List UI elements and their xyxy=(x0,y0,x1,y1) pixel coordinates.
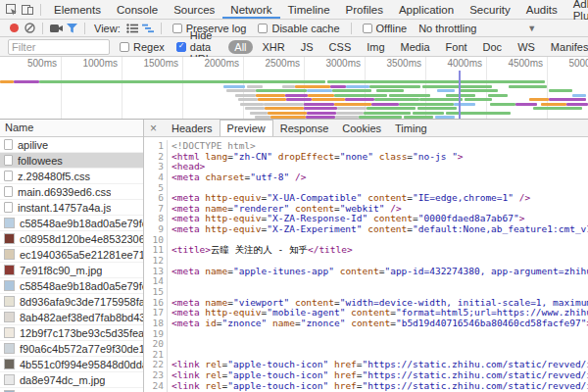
overview-bar xyxy=(446,112,511,115)
network-content: Name apilivefolloweesz.298480f5.cssmain.… xyxy=(0,120,588,392)
request-row[interactable]: main.d6939ed6.css xyxy=(0,184,143,200)
request-row[interactable]: 8d936afa9c3de7175958fae5… xyxy=(0,294,143,310)
overview-bar xyxy=(330,85,346,88)
request-row[interactable]: followees xyxy=(0,153,143,169)
overview-bar xyxy=(367,107,416,110)
image-thumbnail-icon xyxy=(4,280,15,291)
line-number: 12 xyxy=(144,255,164,266)
checkbox[interactable] xyxy=(363,24,372,33)
clear-icon[interactable] xyxy=(22,21,37,36)
request-row[interactable]: da8e974dc_m.jpg xyxy=(0,372,143,388)
disable-cache-checkbox[interactable]: Disable cache xyxy=(258,23,339,34)
tab-console[interactable]: Console xyxy=(109,0,166,19)
code-line: <head> xyxy=(172,161,588,172)
file-icon xyxy=(4,155,13,166)
throttling-select[interactable]: No throttling ▼ xyxy=(418,23,536,34)
request-row[interactable]: 8ab482aef38ed7fab8bd4314… xyxy=(0,310,143,325)
detail-tab-headers[interactable]: Headers xyxy=(165,120,220,136)
tab-adblock-plus[interactable]: Adblock Plus xyxy=(565,0,588,19)
overview-bar xyxy=(336,112,364,115)
overview-bar xyxy=(549,89,572,92)
detail-tab-response[interactable]: Response xyxy=(273,120,336,136)
request-row[interactable]: apilive xyxy=(0,137,143,153)
view-label: View: xyxy=(94,23,121,34)
record-icon[interactable] xyxy=(6,21,22,36)
filter-type-doc[interactable]: Doc xyxy=(477,40,509,54)
line-number: 21 xyxy=(144,349,164,360)
overview-bar xyxy=(250,112,268,115)
divider xyxy=(84,23,85,34)
filter-type-ws[interactable]: WS xyxy=(512,40,541,54)
request-row[interactable]: instant.14757a4a.js xyxy=(0,200,143,216)
code-line: <meta name="viewport" content="width=dev… xyxy=(172,297,588,308)
filter-type-xhr[interactable]: XHR xyxy=(257,40,291,54)
request-row[interactable]: f90a6c4b572a77e9f30de153… xyxy=(0,341,143,357)
regex-checkbox[interactable]: Regex xyxy=(120,41,165,53)
overview-bar xyxy=(223,85,245,88)
tab-network[interactable]: Network xyxy=(222,0,279,19)
request-row[interactable]: c58548ae9b18ad0a5e79fe4e… xyxy=(0,216,143,231)
overview-bar xyxy=(371,103,399,106)
code-line xyxy=(172,286,588,297)
overview-bar xyxy=(376,89,404,92)
image-thumbnail-icon xyxy=(4,359,15,369)
large-rows-view-icon[interactable] xyxy=(124,21,140,36)
code-line xyxy=(172,275,588,286)
detail-tab-cookies[interactable]: Cookies xyxy=(335,120,388,136)
tab-timeline[interactable]: Timeline xyxy=(280,0,338,19)
request-row[interactable]: 4b551c0f994e95848d0dda09… xyxy=(0,357,143,372)
filter-type-img[interactable]: Img xyxy=(361,40,390,54)
request-row[interactable]: z.298480f5.css xyxy=(0,169,143,184)
tab-application[interactable]: Application xyxy=(391,0,462,19)
overview-bar xyxy=(435,116,455,119)
detail-tab-preview[interactable]: Preview xyxy=(220,120,273,136)
overview-bar xyxy=(247,85,263,88)
code-line: <meta http-equiv="X-ZA-Experiment" conte… xyxy=(172,223,588,234)
request-row[interactable]: 7e91f8c90_m.jpg xyxy=(0,263,143,278)
request-row[interactable]: 60485950f08ec8213572f0e7… xyxy=(0,388,143,392)
tab-profiles[interactable]: Profiles xyxy=(338,0,391,19)
name-column-header[interactable]: Name xyxy=(0,120,143,137)
tab-security[interactable]: Security xyxy=(462,0,518,19)
filter-icon[interactable] xyxy=(64,21,79,36)
request-row[interactable]: ec1940365a5e21281ee71856… xyxy=(0,247,143,263)
filter-type-media[interactable]: Media xyxy=(395,40,436,54)
close-icon[interactable]: × xyxy=(150,122,157,134)
filter-type-all[interactable]: All xyxy=(228,40,252,54)
waterfall-view-icon[interactable] xyxy=(140,21,156,36)
device-toolbar-icon[interactable] xyxy=(20,2,35,18)
screenshot-capture-icon[interactable] xyxy=(48,21,64,36)
image-thumbnail-icon xyxy=(4,233,15,244)
tick-label: 4000ms xyxy=(425,58,482,69)
checkbox[interactable] xyxy=(120,42,129,52)
overview-bar xyxy=(235,94,256,97)
overview-bar xyxy=(306,116,335,119)
filter-type-font[interactable]: Font xyxy=(440,40,473,54)
inspect-element-icon[interactable] xyxy=(4,2,20,18)
request-row[interactable]: c08958d120be4e853230649… xyxy=(0,231,143,247)
request-name: c08958d120be4e853230649… xyxy=(20,233,143,245)
tab-sources[interactable]: Sources xyxy=(166,0,222,19)
filter-type-css[interactable]: CSS xyxy=(323,40,358,54)
overview-bar xyxy=(285,94,308,97)
filter-type-js[interactable]: JS xyxy=(295,40,319,54)
line-number: 4 xyxy=(144,172,164,182)
timeline-overview[interactable]: 500ms1000ms1500ms2000ms2500ms3000ms3500m… xyxy=(0,57,588,120)
detail-tab-timing[interactable]: Timing xyxy=(388,120,434,136)
request-row[interactable]: 12b9f7c173be93c5d35fea2d… xyxy=(0,325,143,341)
request-row[interactable]: c58548ae9b18ad0a5e79fe4e… xyxy=(0,278,143,294)
filter-type-manifest[interactable]: Manifest xyxy=(545,40,588,54)
tab-elements[interactable]: Elements xyxy=(46,0,109,19)
file-icon xyxy=(4,171,13,181)
checkbox[interactable] xyxy=(176,42,186,52)
filter-input[interactable] xyxy=(8,39,110,55)
line-number: 23 xyxy=(144,369,164,380)
overview-bar xyxy=(286,98,312,101)
tab-audits[interactable]: Audits xyxy=(518,0,565,19)
request-name: 8ab482aef38ed7fab8bd4314… xyxy=(20,312,143,323)
line-number: 6 xyxy=(144,192,164,203)
line-number: 1 xyxy=(144,140,164,151)
overview-bar xyxy=(335,116,359,119)
offline-checkbox[interactable]: Offline xyxy=(363,23,408,34)
checkbox[interactable] xyxy=(258,24,268,33)
